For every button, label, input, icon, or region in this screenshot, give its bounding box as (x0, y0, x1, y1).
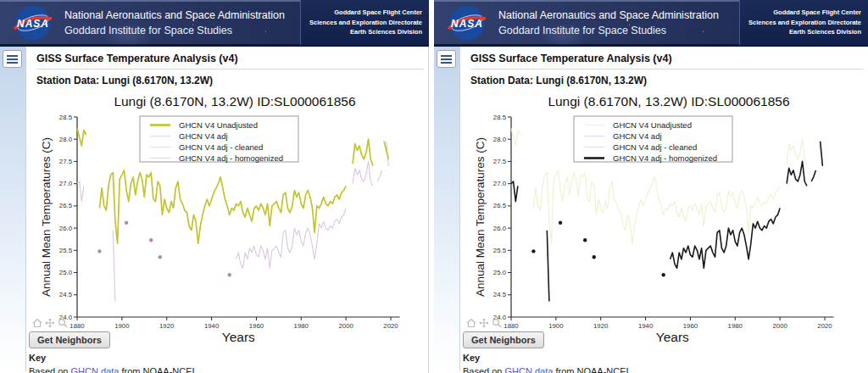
svg-text:27.5: 27.5 (59, 158, 73, 165)
home-icon[interactable] (466, 318, 476, 328)
key-label: Key (463, 352, 634, 365)
agency-line-1: National Aeronautics and Space Administr… (64, 8, 285, 24)
nasa-logo-icon[interactable]: NASA (12, 4, 56, 42)
svg-text:1960: 1960 (249, 322, 264, 330)
svg-text:GHCN V4 adj - homogenized: GHCN V4 adj - homogenized (613, 153, 717, 163)
home-icon[interactable] (32, 318, 42, 328)
svg-text:Annual Mean Temperatures (C): Annual Mean Temperatures (C) (40, 137, 53, 297)
agency-line-2: Goddard Institute for Space Studies (498, 24, 719, 39)
agency-title: National Aeronautics and Space Administr… (498, 8, 719, 38)
svg-text:2000: 2000 (772, 322, 787, 330)
menu-button[interactable] (3, 50, 22, 68)
org-line-3: Earth Sciences Division (301, 27, 422, 37)
svg-text:24.5: 24.5 (493, 291, 507, 298)
org-line-3: Earth Sciences Division (740, 27, 861, 37)
pan-icon[interactable] (479, 318, 489, 328)
page-content: GISS Surface Temperature Analysis (v4) S… (25, 47, 429, 371)
divider (36, 69, 424, 70)
svg-text:25.5: 25.5 (493, 247, 507, 254)
svg-text:1940: 1940 (204, 322, 220, 330)
svg-text:1940: 1940 (638, 322, 654, 330)
key-block: Key Based on GHCN data from NOAA-NCEI . (463, 352, 634, 373)
get-neighbors-button[interactable]: Get Neighbors (29, 331, 110, 348)
zoom-icon[interactable] (492, 318, 502, 328)
dual-browser-view: NASA National Aeronautics and Space Admi… (0, 0, 868, 373)
panel-left-unadjusted: NASA National Aeronautics and Space Admi… (0, 0, 434, 373)
svg-text:GHCN V4 adj - cleaned: GHCN V4 adj - cleaned (179, 142, 263, 152)
agency-line-2: Goddard Institute for Space Studies (64, 24, 285, 39)
svg-text:25.5: 25.5 (59, 247, 73, 254)
station-temperature-chart[interactable]: 24.024.525.025.526.026.527.027.528.028.5… (36, 110, 409, 344)
agency-title: National Aeronautics and Space Administr… (64, 8, 285, 38)
svg-text:26.0: 26.0 (493, 225, 507, 232)
zoom-icon[interactable] (58, 318, 68, 328)
divider (470, 69, 863, 70)
svg-text:1880: 1880 (504, 322, 519, 330)
org-line-1: Goddard Space Flight Center (740, 8, 861, 18)
svg-text:Years: Years (222, 330, 255, 344)
svg-text:25.0: 25.0 (59, 269, 73, 276)
org-box: Goddard Space Flight Center Sciences and… (300, 0, 429, 47)
svg-text:GHCN V4 adj: GHCN V4 adj (179, 131, 228, 141)
svg-text:28.0: 28.0 (59, 136, 73, 143)
svg-text:27.0: 27.0 (59, 180, 73, 187)
svg-text:1920: 1920 (159, 322, 175, 330)
nasa-masthead: NASA National Aeronautics and Space Admi… (0, 0, 429, 47)
svg-text:1960: 1960 (683, 322, 698, 330)
station-temperature-chart[interactable]: 24.024.525.025.526.026.527.027.528.028.5… (470, 110, 843, 344)
menu-button[interactable] (437, 50, 456, 68)
svg-text:28.0: 28.0 (493, 136, 507, 143)
svg-text:27.5: 27.5 (493, 158, 507, 165)
org-box: Goddard Space Flight Center Sciences and… (739, 0, 868, 47)
section-title: GISS Surface Temperature Analysis (v4) (470, 53, 868, 69)
section-title: GISS Surface Temperature Analysis (v4) (36, 53, 429, 69)
key-text: Based on GHCN data from NOAA-NCEI . (463, 365, 634, 373)
org-line-1: Goddard Space Flight Center (301, 8, 422, 18)
station-data-line: Station Data: Lungi (8.6170N, 13.2W) (470, 75, 868, 86)
svg-text:1900: 1900 (548, 322, 564, 330)
svg-text:Years: Years (656, 330, 689, 344)
svg-text:28.5: 28.5 (493, 114, 507, 121)
svg-text:NASA: NASA (17, 18, 49, 30)
agency-line-1: National Aeronautics and Space Administr… (498, 8, 719, 24)
nasa-masthead: NASA National Aeronautics and Space Admi… (434, 0, 868, 47)
svg-text:GHCN V4 Unadjusted: GHCN V4 Unadjusted (613, 120, 692, 130)
plot-toolbar (466, 318, 502, 328)
org-line-2: Sciences and Exploration Directorate (740, 18, 861, 28)
panel-right-homogenized: NASA National Aeronautics and Space Admi… (434, 0, 868, 373)
key-block: Key Based on GHCN data from NOAA-NCEI . (29, 352, 200, 373)
svg-text:GHCN V4 adj - cleaned: GHCN V4 adj - cleaned (613, 142, 697, 152)
svg-text:1900: 1900 (114, 322, 130, 330)
svg-text:27.0: 27.0 (493, 180, 507, 187)
svg-text:24.5: 24.5 (59, 291, 73, 298)
key-text: Based on GHCN data from NOAA-NCEI . (29, 365, 200, 373)
svg-text:GHCN V4 Unadjusted: GHCN V4 Unadjusted (179, 120, 258, 130)
svg-text:25.0: 25.0 (493, 269, 507, 276)
page-content: GISS Surface Temperature Analysis (v4) S… (459, 47, 868, 371)
nasa-logo-icon[interactable]: NASA (446, 4, 490, 42)
svg-text:26.5: 26.5 (493, 202, 507, 209)
svg-text:26.0: 26.0 (59, 225, 73, 232)
chart-title: Lungi (8.6170N, 13.2W) ID:SL000061856 (470, 94, 843, 109)
get-neighbors-button[interactable]: Get Neighbors (463, 331, 544, 348)
side-strip (0, 47, 25, 371)
svg-text:GHCN V4 adj - homogenized: GHCN V4 adj - homogenized (179, 153, 283, 163)
svg-text:2020: 2020 (383, 322, 398, 330)
svg-text:NASA: NASA (451, 18, 483, 30)
svg-text:Annual Mean Temperatures (C): Annual Mean Temperatures (C) (474, 137, 487, 297)
chart-title: Lungi (8.6170N, 13.2W) ID:SL000061856 (36, 94, 409, 109)
ghcn-data-link[interactable]: GHCN data (71, 366, 120, 373)
svg-text:GHCN V4 adj: GHCN V4 adj (613, 131, 662, 141)
svg-text:1980: 1980 (728, 322, 743, 330)
svg-text:28.5: 28.5 (59, 114, 73, 121)
svg-text:2000: 2000 (338, 322, 353, 330)
side-strip (434, 47, 459, 371)
org-line-2: Sciences and Exploration Directorate (301, 18, 422, 28)
pan-icon[interactable] (45, 318, 55, 328)
svg-text:1880: 1880 (70, 322, 85, 330)
svg-text:26.5: 26.5 (59, 202, 73, 209)
svg-text:2020: 2020 (817, 322, 832, 330)
station-data-line: Station Data: Lungi (8.6170N, 13.2W) (36, 75, 429, 86)
ghcn-data-link[interactable]: GHCN data (505, 366, 554, 373)
plot-toolbar (32, 318, 68, 328)
